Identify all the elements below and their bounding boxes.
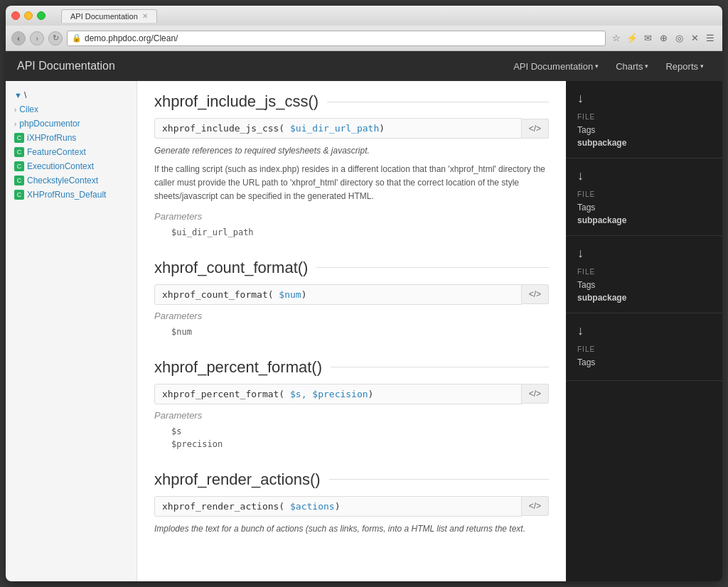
minimize-window-button[interactable] — [24, 11, 33, 20]
sidebar-cilex-label: Cilex — [19, 104, 38, 114]
right-down-arrow-1: ↓ — [577, 91, 711, 106]
function-short-desc-4: Implodes the text for a bunch of actions… — [154, 522, 549, 535]
sidebar-checkstyle-label: CheckstyleContext — [27, 176, 98, 185]
sidebar-phpdoc-arrow: › — [14, 120, 16, 128]
function-section-1: xhprof_include_js_css() xhprof_include_j… — [154, 92, 549, 239]
signature-btn-1[interactable]: </> — [522, 119, 549, 139]
signature-box-4: xhprof_render_actions( $actions) — [154, 496, 522, 517]
back-button[interactable]: ‹ — [11, 31, 26, 45]
reports-menu-button[interactable]: Reports ▾ — [658, 58, 711, 75]
sidebar-item-executioncontext[interactable]: C ExecutionContext — [6, 159, 136, 173]
right-tags-label-1: Tags — [577, 125, 711, 135]
close-window-button[interactable] — [11, 11, 20, 20]
sidebar-item-featurecontext[interactable]: C FeatureContext — [6, 145, 136, 159]
function-header-4: xhprof_render_actions() — [154, 470, 549, 489]
camera-icon[interactable]: ◎ — [673, 32, 685, 45]
charts-dropdown-icon: ▾ — [645, 63, 648, 70]
params-label-1: Parameters — [154, 211, 549, 222]
url-bar[interactable]: 🔒 demo.phpdoc.org/Clean/ — [67, 31, 606, 46]
param-item-3-0: $s — [154, 425, 549, 438]
function-divider-3 — [331, 367, 549, 367]
sig-prefix-4: xhprof_render_actions( — [162, 501, 284, 512]
right-section-4: ↓ FILE Tags — [566, 313, 722, 381]
sig-prefix-2: xhprof_count_format( — [162, 289, 274, 300]
shield-icon[interactable]: ⊕ — [657, 32, 670, 45]
bookmark-icon[interactable]: ☆ — [610, 32, 623, 45]
function-name-3: xhprof_percent_format() — [154, 358, 322, 377]
params-label-2: Parameters — [154, 311, 549, 321]
sidebar: ▼ \ › Cilex › phpDocumentor C iXHProfRun… — [6, 81, 137, 581]
forward-button[interactable]: › — [30, 31, 44, 45]
right-down-arrow-4: ↓ — [577, 323, 711, 338]
charts-label: Charts — [616, 61, 643, 72]
param-item-1-0: $ui_dir_url_path — [154, 226, 549, 239]
sidebar-root-item[interactable]: ▼ \ — [6, 88, 136, 102]
sig-prefix-3: xhprof_percent_format( — [162, 389, 284, 399]
signature-btn-2[interactable]: </> — [522, 284, 549, 304]
sidebar-item-phpdocumentor[interactable]: › phpDocumentor — [6, 117, 136, 131]
signature-btn-4[interactable]: </> — [522, 496, 549, 516]
sig-params-1: $ui_dir_url_path — [284, 123, 379, 134]
signature-btn-3[interactable]: </> — [522, 384, 549, 404]
api-docs-dropdown-icon: ▾ — [595, 63, 599, 70]
function-long-desc-1: If the calling script (such as index.php… — [154, 163, 549, 204]
reports-dropdown-icon: ▾ — [700, 63, 704, 70]
params-section-2: Parameters $num — [154, 311, 549, 338]
function-short-desc-1: Generate references to required styleshe… — [154, 144, 549, 157]
right-file-label-2: FILE — [577, 190, 711, 198]
browser-tab[interactable]: API Documentation ✕ — [61, 9, 157, 23]
function-header-3: xhprof_percent_format() — [154, 358, 549, 377]
charts-menu-button[interactable]: Charts ▾ — [609, 58, 655, 75]
sidebar-root-label: \ — [24, 90, 26, 100]
right-file-label-1: FILE — [577, 113, 711, 121]
settings-icon[interactable]: ✕ — [688, 32, 701, 45]
content-area: xhprof_include_js_css() xhprof_include_j… — [137, 81, 566, 581]
sidebar-feature-icon: C — [14, 147, 24, 157]
sig-suffix-1: ) — [379, 123, 385, 134]
sig-params-2: $num — [274, 289, 301, 300]
sidebar-item-xhprofruns-default[interactable]: C XHProfRuns_Default — [6, 188, 136, 202]
signature-box-1: xhprof_include_js_css( $ui_dir_url_path) — [154, 118, 522, 139]
right-section-2: ↓ FILE Tags subpackage — [566, 158, 722, 236]
sidebar-xhprofruns-label: XHProfRuns_Default — [27, 190, 106, 200]
tab-title: API Documentation — [70, 12, 138, 21]
function-name-2: xhprof_count_format() — [154, 259, 308, 277]
url-text: demo.phpdoc.org/Clean/ — [85, 33, 178, 43]
tab-close-button[interactable]: ✕ — [142, 12, 148, 20]
right-section-1: ↓ FILE Tags subpackage — [566, 81, 722, 158]
function-name-4: xhprof_render_actions() — [154, 470, 321, 489]
function-signature-2: xhprof_count_format( $num) </> — [154, 284, 549, 305]
function-divider-1 — [327, 102, 549, 102]
api-docs-menu-button[interactable]: API Documentation ▾ — [506, 58, 606, 75]
function-signature-3: xhprof_percent_format( $s, $precision) <… — [154, 384, 549, 404]
sidebar-ixhprof-label: iXHProfRuns — [27, 133, 76, 143]
function-section-3: xhprof_percent_format() xhprof_percent_f… — [154, 358, 549, 451]
sidebar-item-cilex[interactable]: › Cilex — [6, 102, 136, 117]
function-header-1: xhprof_include_js_css() — [154, 92, 549, 111]
signature-box-2: xhprof_count_format( $num) — [154, 284, 522, 305]
app-header: API Documentation API Documentation ▾ Ch… — [6, 51, 722, 81]
header-nav: API Documentation ▾ Charts ▾ Reports ▾ — [506, 58, 711, 75]
sig-suffix-4: ) — [335, 501, 341, 512]
layers-icon[interactable]: ⚡ — [626, 32, 638, 45]
lock-icon: 🔒 — [72, 33, 82, 43]
right-down-arrow-3: ↓ — [577, 246, 711, 261]
sidebar-execution-icon: C — [14, 161, 24, 171]
right-tags-label-3: Tags — [577, 280, 711, 290]
sidebar-phpdoc-label: phpDocumentor — [19, 119, 80, 129]
sidebar-item-ixhprofruns[interactable]: C iXHProfRuns — [6, 131, 136, 145]
menu-icon[interactable]: ☰ — [704, 32, 717, 45]
right-subpackage-2: subpackage — [577, 215, 711, 225]
function-signature-4: xhprof_render_actions( $actions) </> — [154, 496, 549, 517]
mail-icon[interactable]: ✉ — [641, 32, 654, 45]
sidebar-feature-label: FeatureContext — [27, 147, 86, 157]
sidebar-cilex-arrow: › — [14, 106, 16, 114]
sidebar-ixhprof-icon: C — [14, 133, 24, 143]
sig-params-3: $s, $precision — [284, 389, 368, 399]
function-section-2: xhprof_count_format() xhprof_count_forma… — [154, 259, 549, 338]
params-label-3: Parameters — [154, 410, 549, 421]
sidebar-item-checkstylecontext[interactable]: C CheckstyleContext — [6, 173, 136, 188]
refresh-button[interactable]: ↻ — [48, 31, 63, 45]
maximize-window-button[interactable] — [37, 11, 46, 20]
param-item-3-1: $precision — [154, 438, 549, 451]
